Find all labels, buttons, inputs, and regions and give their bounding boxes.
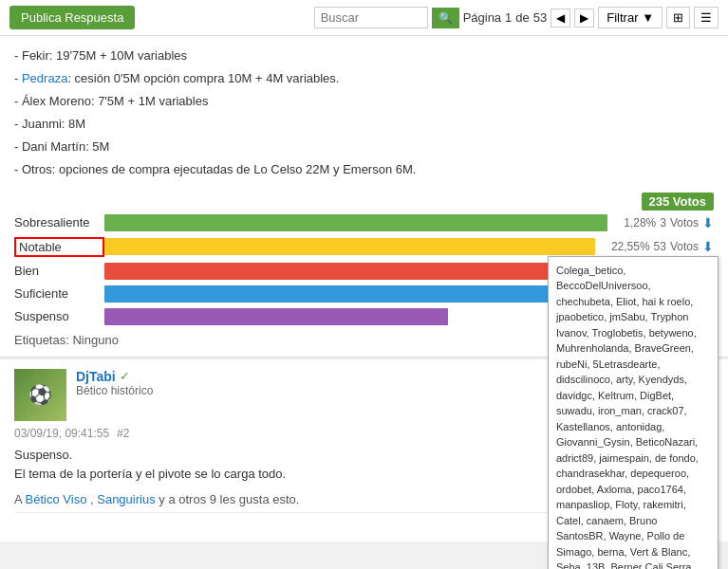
page-separator: de [515, 10, 529, 25]
post-line-2: - Pedraza: cesión 0'5M opción compra 10M… [14, 68, 714, 89]
notable-votes: 53 [654, 240, 666, 253]
suspenso-bar [104, 308, 448, 325]
sobresaliente-percent: 1,28% [624, 216, 656, 229]
search-button[interactable]: 🔍 [432, 8, 459, 28]
username[interactable]: DjTabi [76, 369, 116, 384]
sobresaliente-label: Sobresaliente [14, 215, 104, 229]
pedraza-link[interactable]: Pedraza [22, 71, 67, 85]
user-role: Bético histórico [76, 384, 153, 397]
layout-grid-button[interactable]: ⊞ [666, 7, 690, 28]
publish-button[interactable]: Publica Respuesta [9, 6, 135, 29]
page-label: Página [463, 10, 501, 25]
likes-user1[interactable]: Bético Viso [26, 492, 87, 506]
notable-vote-info: 22,55% 53 Votos ⬇ [611, 239, 714, 254]
sobresaliente-vote-icon[interactable]: ⬇ [702, 215, 714, 230]
bien-label: Bien [14, 264, 104, 278]
top-bar: Publica Respuesta 🔍 Página 1 de 53 ◀ ▶ F… [0, 0, 728, 36]
post-line-4: - Juanmi: 8M [14, 114, 714, 135]
avatar: ⚽ [14, 369, 66, 421]
notable-bar-container [104, 238, 606, 255]
post-text: - Fekir: 19'75M + 10M variables - Pedraz… [14, 46, 714, 181]
page-total: 53 [533, 10, 547, 25]
avatar-placeholder: ⚽ [14, 369, 66, 421]
verified-icon: ✓ [120, 369, 130, 383]
sobresaliente-row: Sobresaliente 1,28% 3 Votos ⬇ [14, 214, 714, 231]
likes-user2[interactable]: Sanguirius [97, 492, 155, 506]
sobresaliente-votes: 3 [660, 216, 666, 229]
notable-row: Notable 22,55% 53 Votos ⬇ Colega_betico,… [14, 237, 714, 257]
total-votes-badge: 235 Votos [642, 193, 714, 211]
prev-page-button[interactable]: ◀ [551, 9, 570, 28]
notable-vote-icon[interactable]: ⬇ [702, 239, 714, 254]
post-line-3: - Álex Moreno: 7'5M + 1M variables [14, 91, 714, 112]
layout-list-button[interactable]: ☰ [694, 7, 719, 28]
rating-section: 235 Votos Sobresaliente 1,28% 3 Votos ⬇ … [14, 193, 714, 347]
suspenso-label: Suspenso [14, 309, 104, 323]
etiquetas-label: Etiquetas: [14, 333, 69, 347]
post-line-6: - Otros: opciones de compra ejecutadas d… [14, 159, 714, 180]
suficiente-label: Suficiente [14, 286, 104, 301]
notable-label: Notable [14, 237, 104, 257]
notable-bar [104, 238, 595, 255]
timestamp-text: 03/09/19, 09:41:55 [14, 427, 109, 440]
sobresaliente-votes-label: Votos [670, 216, 699, 229]
etiquetas-value: Ninguno [72, 333, 118, 347]
search-input[interactable] [314, 7, 428, 28]
sobresaliente-vote-info: 1,28% 3 Votos ⬇ [624, 215, 714, 230]
notable-percent: 22,55% [611, 240, 650, 253]
likes-others: y a otros 9 les gusta esto. [159, 492, 299, 506]
sobresaliente-bar [104, 214, 607, 231]
next-page-button[interactable]: ▶ [574, 9, 594, 28]
filter-button[interactable]: Filtrar ▼ [598, 7, 663, 28]
suficiente-bar [104, 285, 618, 303]
post-line-1: - Fekir: 19'75M + 10M variables [14, 46, 714, 66]
page-current: 1 [505, 10, 512, 25]
post-number: #2 [117, 427, 129, 440]
likes-prefix: A [14, 492, 26, 506]
notable-votes-label: Votos [670, 240, 699, 253]
notable-tooltip-users: Colega_betico, BeccoDelUniversoo, chechu… [556, 265, 699, 569]
search-area: 🔍 Página 1 de 53 ◀ ▶ Filtrar ▼ ⊞ ☰ [314, 7, 719, 28]
notable-tooltip: Colega_betico, BeccoDelUniversoo, chechu… [548, 256, 719, 569]
main-post: - Fekir: 19'75M + 10M variables - Pedraz… [0, 36, 728, 358]
user-info: DjTabi ✓ Bético histórico [76, 369, 153, 397]
post-line-5: - Dani Martín: 5M [14, 137, 714, 157]
sobresaliente-bar-container [104, 214, 618, 231]
